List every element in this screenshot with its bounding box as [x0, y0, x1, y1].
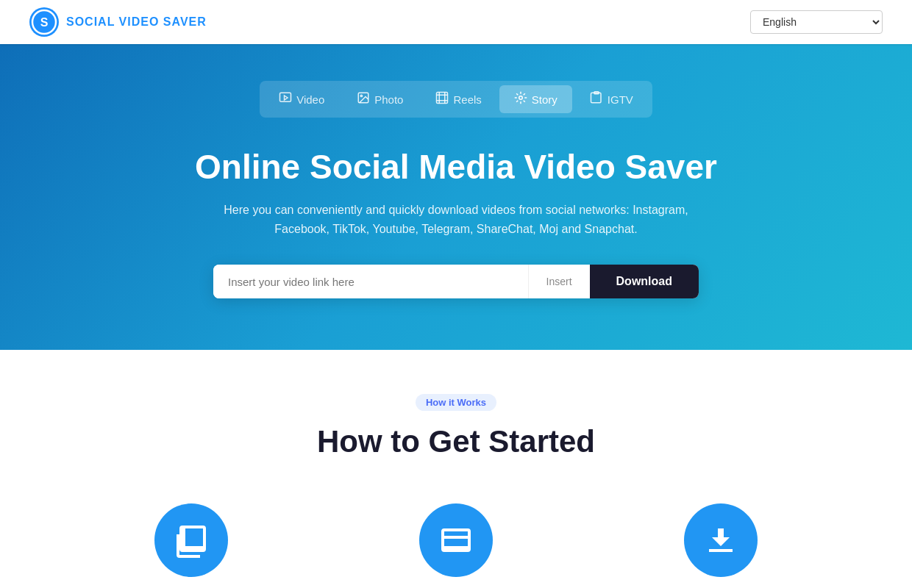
- hero-subtitle: Here you can conveniently and quickly do…: [199, 201, 713, 238]
- tab-reels[interactable]: Reels: [421, 85, 496, 113]
- step-insert: Insert the URL: [353, 503, 559, 588]
- svg-text:S: S: [40, 16, 49, 29]
- svg-rect-7: [437, 93, 448, 104]
- story-icon: [514, 91, 527, 107]
- tab-video-label: Video: [296, 93, 324, 106]
- step-copy: Copy the URL of the: [88, 503, 294, 588]
- svg-rect-3: [280, 93, 291, 101]
- search-bar: Insert Download: [213, 265, 699, 298]
- insert-button[interactable]: Insert: [528, 265, 590, 298]
- tab-photo[interactable]: Photo: [342, 85, 418, 113]
- how-title: How to Get Started: [29, 424, 883, 459]
- step-copy-circle: [154, 503, 228, 577]
- photo-icon: [357, 91, 370, 107]
- video-icon: [279, 91, 292, 107]
- svg-marker-4: [285, 96, 288, 100]
- tabs-bar: Video Photo Reels Story IGTV: [260, 81, 652, 118]
- svg-point-6: [361, 95, 363, 96]
- header: S SOCIAL VIDEO SAVER English Spanish Fre…: [0, 0, 912, 44]
- tab-reels-label: Reels: [453, 93, 481, 106]
- download-button[interactable]: Download: [590, 265, 699, 298]
- tab-igtv-label: IGTV: [608, 93, 633, 106]
- steps-container: Copy the URL of the Insert the URL Downl…: [88, 503, 824, 588]
- logo-text: SOCIAL VIDEO SAVER: [66, 15, 207, 29]
- how-it-works-section: How it Works How to Get Started Copy the…: [0, 350, 912, 588]
- logo-icon: S: [29, 7, 59, 37]
- video-url-input[interactable]: [213, 265, 528, 298]
- reels-icon: [435, 91, 449, 107]
- svg-point-12: [519, 96, 523, 100]
- tab-photo-label: Photo: [374, 93, 403, 106]
- tab-story[interactable]: Story: [499, 85, 572, 113]
- tab-video[interactable]: Video: [264, 85, 339, 113]
- copy-icon: [174, 523, 209, 558]
- hero-title: Online Social Media Video Saver: [15, 147, 897, 187]
- language-selector[interactable]: English Spanish French German Portuguese…: [750, 10, 883, 34]
- how-badge: How it Works: [416, 394, 496, 411]
- insert-icon: [438, 523, 474, 558]
- step-download-circle: [684, 503, 758, 577]
- tab-story-label: Story: [532, 93, 557, 106]
- logo[interactable]: S SOCIAL VIDEO SAVER: [29, 7, 207, 37]
- step-insert-circle: [419, 503, 493, 577]
- download-icon: [703, 523, 738, 558]
- igtv-icon: [590, 91, 603, 107]
- step-download: Download: [618, 503, 824, 588]
- tab-igtv[interactable]: IGTV: [575, 85, 648, 113]
- hero-section: Video Photo Reels Story IGTV Onli: [0, 44, 912, 350]
